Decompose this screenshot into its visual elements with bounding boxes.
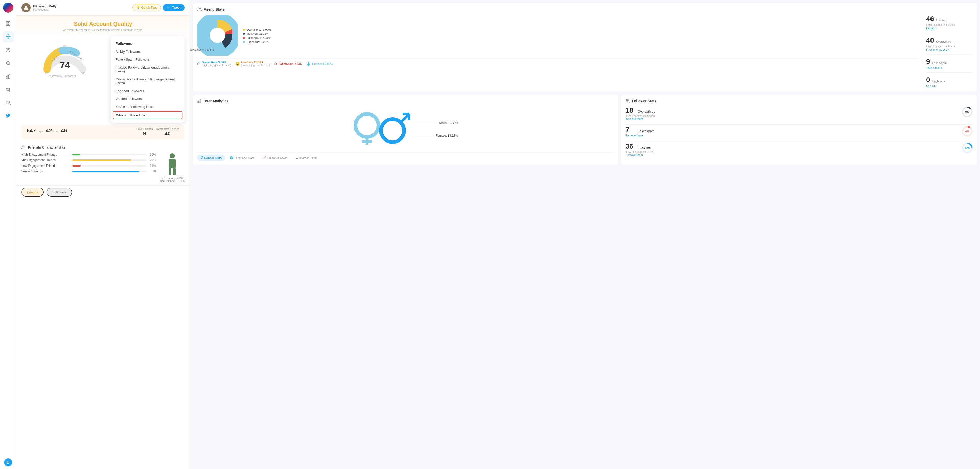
app-logo <box>3 3 13 13</box>
svg-point-28 <box>22 146 24 147</box>
sidebar-item-network[interactable] <box>3 31 14 42</box>
stats-per-month: 42 /mo <box>46 127 58 137</box>
svg-rect-1 <box>8 22 10 23</box>
svg-point-4 <box>7 36 9 38</box>
sidebar-item-dashboard[interactable] <box>3 18 14 29</box>
cloud-icon: ☁ <box>296 156 298 159</box>
svg-point-20 <box>6 101 8 103</box>
sidebar-item-search[interactable] <box>3 58 14 69</box>
tab-gender-stats[interactable]: ⚥ Gender Stats <box>197 155 225 161</box>
header-user-info: Elizabeth Kelly kellybethlisa <box>33 4 57 11</box>
sidebar-item-profile[interactable] <box>3 44 14 55</box>
friend-stats-content: Social Savvy Users: 76.49% Overactives: … <box>197 15 973 87</box>
user-analytics-title: User Analytics <box>204 99 228 103</box>
person-figure <box>166 153 179 176</box>
find-inner-peace-link[interactable]: Find inner peace > <box>926 48 973 51</box>
social-savvy-label: Social Savvy Users: 76.49% <box>190 48 214 51</box>
follower-stats-header: Follower Stats <box>625 99 973 103</box>
inline-overactives: ⬡ Overactives 9.90% (High Engagement Use… <box>197 61 231 67</box>
overactives-dot <box>243 29 245 31</box>
eggheads-dot <box>243 41 245 43</box>
fs-divider-2 <box>625 141 973 141</box>
svg-point-39 <box>355 114 379 137</box>
see-all-link[interactable]: See all > <box>926 84 973 87</box>
tweet-button[interactable]: 🐦 Tweet <box>163 4 185 11</box>
account-quality-subtitle: Consistently engaging, without/less fake… <box>21 28 185 32</box>
nav-item-inactive[interactable]: Inactive Followers (Low engagement users… <box>110 63 185 75</box>
nav-item-fake-spam[interactable]: Fake / Spam Followers <box>110 55 185 63</box>
take-a-look-link[interactable]: Take a look > <box>926 66 973 70</box>
overactives-pct: Overactives 9.90% <box>202 61 226 64</box>
sidebar: E <box>0 0 16 469</box>
circleboom-label: analyzed by Circleboom <box>48 75 81 78</box>
analytics-tabs: ⚥ Gender Stats 🌐 Language Stats 📈 Follow… <box>197 152 614 161</box>
fs-overactives: 18 Overactives (High Engagement Users) W… <box>625 106 973 120</box>
sidebar-item-twitter[interactable] <box>3 111 14 122</box>
nav-item-who-unfollowed[interactable]: Who unfollowed me <box>113 111 183 119</box>
section-friends-label: Friends Characteristics <box>28 145 65 149</box>
bar-low-engagement: Low Engagement Friends 11% <box>21 164 156 168</box>
sidebar-item-users[interactable] <box>3 97 14 109</box>
svg-text:60: 60 <box>45 72 48 75</box>
fs-fakespam-info: 7 Fake/Spam Remove them <box>625 126 654 137</box>
tab-followers[interactable]: Followers <box>47 188 72 196</box>
svg-rect-0 <box>6 22 8 23</box>
male-label: Male: 81.82% <box>414 121 458 125</box>
inactives-dot <box>243 33 245 35</box>
friends-bars: High Engagement Friends 10% Mid Engageme… <box>21 153 156 182</box>
svg-rect-3 <box>8 24 10 25</box>
svg-rect-36 <box>197 101 198 103</box>
sidebar-item-analytics[interactable] <box>3 71 14 82</box>
who-are-them-link[interactable]: Who are them <box>625 117 655 120</box>
remove-them-link-1[interactable]: Remove them <box>625 134 654 137</box>
fs-inactives-gauge: 19% <box>962 142 973 154</box>
two-column-layout: Elizabeth Kelly kellybethlisa 💡 Quick Ti… <box>16 0 980 469</box>
svg-rect-32 <box>173 168 176 175</box>
friend-stats-title: Friend Stats <box>204 7 224 11</box>
per-month-unit: /mo <box>53 130 58 133</box>
legend-fakespam: Fake/Spam: 2.23% <box>243 36 271 39</box>
gender-labels: Male: 81.82% Female: 18.18% <box>414 117 458 142</box>
svg-point-14 <box>7 48 9 50</box>
inline-fakespam: ⊗ Fake/Spam 2.23% <box>274 61 302 67</box>
nav-dropdown: Followers All My Followers Fake / Spam F… <box>110 36 185 123</box>
tab-interest-cloud[interactable]: ☁ Interest Cloud <box>292 155 320 161</box>
bar-verified-friends: Verified Friends 90 <box>21 170 156 173</box>
friends-icon <box>21 145 26 150</box>
twitter-bird-icon: 🐦 <box>167 6 171 10</box>
quick-tips-button[interactable]: 💡 Quick Tips <box>132 4 161 11</box>
tab-follower-growth[interactable]: 📈 Follower Growth <box>259 155 291 161</box>
nav-item-verified[interactable]: Verified Followers <box>110 95 185 103</box>
right-stat-inactives: 46 Inactives (Low Engagement Users) List… <box>926 15 973 30</box>
inline-inactives: 😐 Inactives 11.38% (Low Engagement Users… <box>235 61 270 67</box>
fs-fakespam-gauge: 4% <box>962 126 973 137</box>
header-actions: 💡 Quick Tips 🐦 Tweet <box>132 4 185 11</box>
header: Elizabeth Kelly kellybethlisa 💡 Quick Ti… <box>16 0 189 16</box>
nav-item-all-followers[interactable]: All My Followers <box>110 48 185 55</box>
remove-them-link-2[interactable]: Remove them <box>625 153 654 156</box>
friends-chars-content: High Engagement Friends 10% Mid Engageme… <box>21 153 185 182</box>
days-unit: days <box>37 130 43 133</box>
svg-point-35 <box>210 27 225 43</box>
svg-rect-18 <box>8 76 8 79</box>
nav-item-overactive[interactable]: Overactive Followers (High engagement us… <box>110 75 185 87</box>
svg-line-16 <box>9 64 10 65</box>
lightbulb-icon: 💡 <box>136 6 140 10</box>
tab-friends[interactable]: Friends <box>21 188 44 196</box>
nav-item-egghead[interactable]: Egghead Followers <box>110 87 185 95</box>
nav-item-not-following-back[interactable]: You're not Following Back <box>110 103 185 111</box>
sidebar-user-avatar[interactable]: E <box>4 458 12 466</box>
sidebar-item-delete[interactable] <box>3 84 14 95</box>
svg-point-33 <box>198 8 200 9</box>
growth-icon: 📈 <box>262 156 266 159</box>
main-content: Elizabeth Kelly kellybethlisa 💡 Quick Ti… <box>16 0 980 469</box>
header-avatar <box>21 3 30 12</box>
egghead-icon: 💧 <box>306 62 310 66</box>
svg-rect-2 <box>6 24 8 25</box>
svg-text:74: 74 <box>59 60 70 70</box>
svg-text:100: 100 <box>81 72 85 75</box>
fs-overactives-gauge: 9% <box>962 106 973 117</box>
follower-stats-icon <box>625 99 630 103</box>
list-all-link[interactable]: List all > <box>926 27 973 30</box>
tab-language-stats[interactable]: 🌐 Language Stats <box>226 155 258 161</box>
